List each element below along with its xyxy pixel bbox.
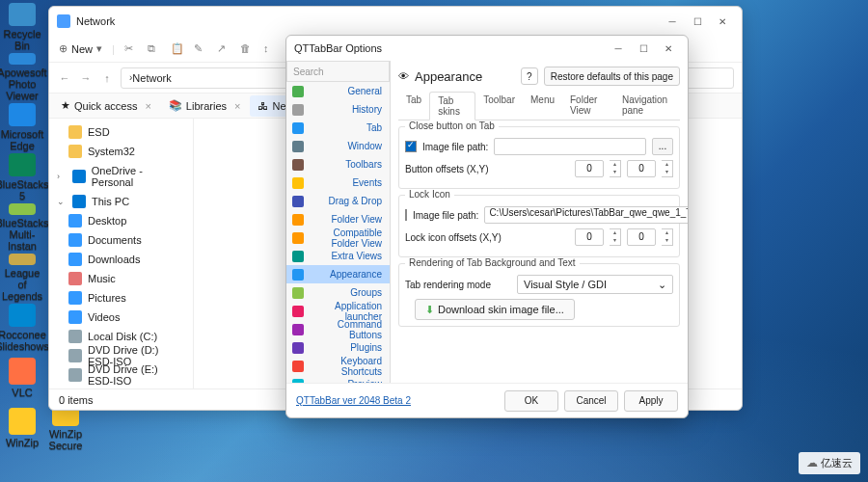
- close-offset-x[interactable]: 0: [575, 160, 604, 177]
- category-toolbars[interactable]: Toolbars: [286, 155, 390, 174]
- subtab-tab-skins[interactable]: Tab skins: [429, 92, 475, 120]
- lock-offset-x[interactable]: 0: [575, 228, 604, 246]
- explorer-sidebar: ESD System32 ›OneDrive - Personal ⌄This …: [49, 119, 194, 388]
- sidebar-system32[interactable]: System32: [49, 142, 193, 161]
- explorer-titlebar[interactable]: Network ─ ☐ ✕: [49, 7, 742, 36]
- sidebar-videos[interactable]: Videos: [49, 308, 193, 327]
- category-folder-view[interactable]: Folder View: [286, 210, 390, 228]
- options-main: 👁 Appearance ? Restore defaults of this …: [391, 61, 688, 383]
- desktop-icon-recyclebin[interactable]: Recycle Bin: [3, 3, 41, 51]
- render-mode-select[interactable]: Visual Style / GDI⌄: [517, 275, 673, 294]
- apply-button[interactable]: Apply: [624, 390, 678, 412]
- opt-close-button[interactable]: ✕: [663, 42, 674, 54]
- category-plugins[interactable]: Plugins: [286, 338, 390, 357]
- network-icon: [57, 14, 70, 28]
- spinner[interactable]: ▴▾: [662, 160, 673, 177]
- back-button[interactable]: ←: [57, 72, 72, 84]
- new-button[interactable]: ⊕ New ▾: [59, 42, 102, 55]
- copy-icon[interactable]: ⧉: [148, 42, 161, 56]
- sidebar-esd[interactable]: ESD: [49, 122, 193, 142]
- lock-imgpath-input[interactable]: C:\Users\cesar\Pictures\TabBar_qwe_qwe_1…: [484, 206, 688, 224]
- lock-icon-section: Lock Icon Image file path: C:\Users\cesa…: [398, 195, 680, 257]
- opt-maximize-button[interactable]: ☐: [637, 42, 649, 54]
- desktop-icon-vlc[interactable]: VLC: [3, 354, 41, 402]
- desktop-icon-winzip[interactable]: WinZip: [3, 404, 41, 452]
- page-title: Appearance: [415, 69, 515, 84]
- eye-icon: 👁: [398, 70, 409, 82]
- close-button[interactable]: ✕: [717, 15, 728, 27]
- subtab-menu[interactable]: Menu: [523, 92, 562, 120]
- forward-button[interactable]: →: [78, 72, 94, 84]
- sidebar-music[interactable]: Music: [49, 269, 193, 288]
- close-imgpath-checkbox[interactable]: [405, 141, 417, 152]
- spinner[interactable]: ▴▾: [610, 160, 621, 177]
- sidebar-onedrive[interactable]: ›OneDrive - Personal: [49, 167, 193, 186]
- options-footer: QTTabBar ver 2048 Beta 2 OK Cancel Apply: [286, 383, 688, 417]
- desktop-icon-lol[interactable]: League of Legends: [3, 254, 41, 302]
- options-titlebar[interactable]: QTTabBar Options ─ ☐ ✕: [286, 36, 688, 61]
- options-dialog: QTTabBar Options ─ ☐ ✕ Search GeneralHis…: [285, 35, 689, 418]
- category-appearance[interactable]: Appearance: [286, 265, 390, 283]
- tab-libraries[interactable]: 📚 Libraries×: [161, 95, 249, 117]
- opt-minimize-button[interactable]: ─: [612, 42, 624, 54]
- paste-icon[interactable]: 📋: [171, 42, 184, 56]
- category-drag-drop[interactable]: Drag & Drop: [286, 192, 390, 210]
- category-events[interactable]: Events: [286, 174, 390, 192]
- close-offset-y[interactable]: 0: [627, 160, 656, 177]
- sidebar-desktop[interactable]: Desktop: [49, 211, 193, 230]
- category-general[interactable]: General: [286, 82, 390, 100]
- download-skin-button[interactable]: ⬇Download skin image file...: [415, 299, 575, 320]
- subtab-navigation-pane[interactable]: Navigation pane: [614, 92, 680, 120]
- category-window[interactable]: Window: [286, 137, 390, 155]
- options-sidebar: Search GeneralHistoryTabWindowToolbarsEv…: [286, 61, 391, 383]
- sort-icon[interactable]: ↕: [263, 42, 277, 56]
- version-link[interactable]: QTTabBar ver 2048 Beta 2: [296, 395, 499, 406]
- window-title: Network: [76, 15, 115, 27]
- category-history[interactable]: History: [286, 100, 390, 119]
- close-browse-button[interactable]: ...: [652, 138, 673, 155]
- spinner[interactable]: ▴▾: [610, 228, 621, 246]
- spinner[interactable]: ▴▾: [662, 228, 673, 246]
- subtab-folder-view[interactable]: Folder View: [562, 92, 614, 120]
- sidebar-dvd-e[interactable]: DVD Drive (E:) ESD-ISO: [49, 365, 193, 385]
- delete-icon[interactable]: 🗑: [240, 42, 254, 56]
- desktop-icon-bluestacks-multi[interactable]: BlueStacks Multi-Instan: [3, 203, 41, 252]
- search-input[interactable]: Search: [286, 61, 390, 82]
- restore-defaults-button[interactable]: Restore defaults of this page: [544, 67, 680, 86]
- category-compatible-folder-view[interactable]: Compatible Folder View: [286, 228, 390, 247]
- category-application-launcher[interactable]: Application launcher: [286, 302, 390, 320]
- sidebar-localdisk[interactable]: Local Disk (C:): [49, 327, 193, 346]
- category-extra-views[interactable]: Extra Views: [286, 247, 390, 265]
- sidebar-documents[interactable]: Documents: [49, 230, 193, 250]
- sidebar-pictures[interactable]: Pictures: [49, 288, 193, 308]
- subtabs: TabTab skinsToolbarMenuFolder ViewNaviga…: [398, 92, 680, 120]
- lock-imgpath-checkbox[interactable]: [405, 209, 407, 221]
- rename-icon[interactable]: ✎: [194, 42, 207, 56]
- share-icon[interactable]: ↗: [217, 42, 231, 56]
- category-groups[interactable]: Groups: [286, 283, 390, 302]
- category-command-buttons[interactable]: Command Buttons: [286, 320, 390, 338]
- up-button[interactable]: ↑: [99, 72, 115, 84]
- cancel-button[interactable]: Cancel: [564, 390, 618, 412]
- options-title: QTTabBar Options: [294, 42, 382, 54]
- desktop-icon-bluestacks[interactable]: BlueStacks 5: [3, 153, 41, 201]
- desktop-icon-slideshow[interactable]: Rocconee Slideshows: [3, 304, 41, 352]
- sidebar-dvd-d[interactable]: DVD Drive (D:) ESD-ISO: [49, 346, 193, 365]
- help-button[interactable]: ?: [521, 67, 538, 85]
- cut-icon[interactable]: ✂: [124, 42, 138, 56]
- tab-quick-access[interactable]: ★ Quick access×: [53, 95, 159, 117]
- sidebar-thispc[interactable]: ⌄This PC: [49, 192, 193, 211]
- subtab-tab[interactable]: Tab: [398, 92, 429, 120]
- close-imgpath-input[interactable]: [494, 138, 646, 155]
- category-tab[interactable]: Tab: [286, 119, 390, 137]
- sidebar-downloads[interactable]: Downloads: [49, 250, 193, 269]
- desktop-icon-edge[interactable]: Microsoft Edge: [3, 103, 41, 151]
- lock-offset-y[interactable]: 0: [627, 228, 656, 246]
- render-section: Rendering of Tab Background and Text Tab…: [398, 263, 680, 327]
- category-keyboard-shortcuts[interactable]: Keyboard Shortcuts: [286, 357, 390, 375]
- subtab-toolbar[interactable]: Toolbar: [475, 92, 523, 120]
- maximize-button[interactable]: ☐: [692, 15, 703, 27]
- minimize-button[interactable]: ─: [666, 15, 678, 27]
- ok-button[interactable]: OK: [504, 390, 558, 412]
- desktop-icon-photoviewer[interactable]: Apowesoft Photo Viewer: [3, 53, 41, 101]
